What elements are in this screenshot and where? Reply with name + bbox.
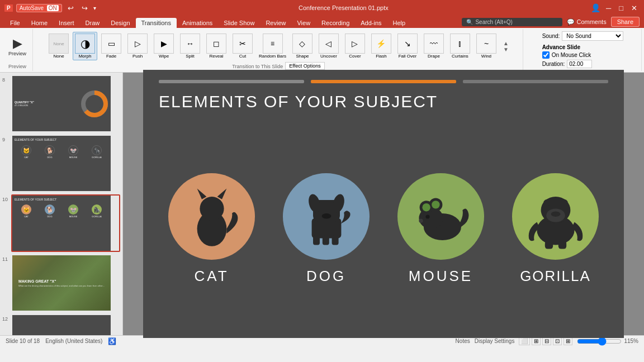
transition-reveal[interactable]: ◻ Reveal xyxy=(204,32,229,60)
slide-thumb-11[interactable]: 11 MAKING GREAT "X" What are the driving… xyxy=(2,254,120,312)
sound-label: Sound: xyxy=(542,33,560,39)
account-icon[interactable]: 👤 xyxy=(591,3,600,12)
transition-cut-icon: ✂ xyxy=(233,34,253,54)
view-reading[interactable]: ⊡ xyxy=(553,337,562,345)
minimize-button[interactable]: ─ xyxy=(604,4,613,12)
tab-draw[interactable]: Draw xyxy=(80,18,106,28)
view-normal[interactable]: ⬜ xyxy=(519,337,530,345)
slide-thumb-10[interactable]: 10 ELEMENTS OF YOUR SUBJECT 🐱 CAT 🐕 D xyxy=(2,194,120,252)
progress-bar-1 xyxy=(159,80,304,83)
transition-drape[interactable]: 〰 Drape xyxy=(422,32,446,60)
duration-input[interactable] xyxy=(567,60,592,68)
transition-cover[interactable]: ▷ Cover xyxy=(343,32,367,60)
transition-reveal-icon: ◻ xyxy=(206,34,226,54)
transition-curtains-icon: ⫿ xyxy=(450,34,470,54)
transition-fade[interactable]: ▭ Fade xyxy=(99,32,124,60)
progress-bar-2 xyxy=(311,80,456,83)
restore-button[interactable]: □ xyxy=(617,4,626,12)
transition-flash[interactable]: ⚡ Flash xyxy=(369,32,394,60)
tab-animations[interactable]: Animations xyxy=(177,18,218,28)
tab-design[interactable]: Design xyxy=(105,18,135,28)
comments-button[interactable]: 💬 Comments xyxy=(567,18,606,26)
transition-randombars[interactable]: ≡ Random Bars xyxy=(257,32,288,60)
sound-select[interactable]: No Sound xyxy=(562,31,623,41)
transition-split-label: Split xyxy=(186,54,195,59)
tab-transitions[interactable]: Transitions xyxy=(136,18,177,28)
animal-cat: CAT xyxy=(168,173,255,285)
svg-point-19 xyxy=(422,203,430,211)
transition-drape-icon: 〰 xyxy=(424,34,444,54)
slide-canvas: ELEMENTS OF YOUR SUBJECT xyxy=(143,70,624,338)
animal-gorilla: GORILLA xyxy=(512,173,599,285)
search-placeholder: Search (Alt+Q) xyxy=(475,19,512,25)
svg-point-20 xyxy=(432,201,439,208)
svg-point-25 xyxy=(543,198,567,206)
transition-fallover[interactable]: ↘ Fall Over xyxy=(395,32,420,60)
quick-access-more[interactable]: ▾ xyxy=(93,5,96,11)
filename-label: Conference Presentation 01.pptx xyxy=(299,4,389,11)
svg-marker-6 xyxy=(217,188,226,199)
transition-curtains-label: Curtains xyxy=(452,54,468,59)
redo-button[interactable]: ↪ xyxy=(79,4,90,12)
transition-shape-label: Shape xyxy=(296,54,309,59)
transition-none[interactable]: None None xyxy=(46,32,71,60)
tab-file[interactable]: File xyxy=(4,18,26,28)
slide-thumb-9[interactable]: 9 ELEMENTS OF YOUR SUBJECT 🐱 CAT 🐕 DO xyxy=(2,135,120,192)
tab-recording[interactable]: Recording xyxy=(316,18,355,28)
display-settings-button[interactable]: Display Settings xyxy=(475,338,515,344)
view-presenter[interactable]: ⊞ xyxy=(564,337,572,345)
undo-button[interactable]: ↩ xyxy=(65,4,76,12)
on-mouse-click-checkbox[interactable] xyxy=(542,51,550,59)
transition-fallover-label: Fall Over xyxy=(399,54,416,59)
svg-point-2 xyxy=(88,97,101,111)
notes-button[interactable]: Notes xyxy=(456,338,470,344)
preview-button[interactable]: ▶ Preview xyxy=(6,31,29,63)
tab-insert[interactable]: Insert xyxy=(53,18,80,28)
transition-split[interactable]: ↔ Split xyxy=(178,32,202,60)
tab-help[interactable]: Help xyxy=(387,18,411,28)
accessibility-icon[interactable]: ♿ xyxy=(108,337,116,345)
slide-panel: 8 QUANTIFY "X" 47.2 BILLION xyxy=(0,73,123,335)
autosave-toggle[interactable]: AutoSave ON xyxy=(16,4,62,12)
tab-slideshow[interactable]: Slide Show xyxy=(218,18,260,28)
transition-wind[interactable]: ~ Wind xyxy=(474,32,499,60)
transition-uncover[interactable]: ◁ Uncover xyxy=(316,32,341,60)
svg-point-27 xyxy=(551,211,560,217)
tab-view[interactable]: View xyxy=(291,18,316,28)
ribbon-bar: ▶ Preview Preview None None ◑ Morph ▭ Fa… xyxy=(0,28,644,73)
cat-circle xyxy=(168,173,255,260)
tab-review[interactable]: Review xyxy=(260,18,291,28)
transition-push-label: Push xyxy=(132,54,143,59)
share-button[interactable]: Share xyxy=(611,17,640,27)
svg-marker-5 xyxy=(197,188,206,199)
slide-thumb-8[interactable]: 8 QUANTIFY "X" 47.2 BILLION xyxy=(2,75,120,132)
transition-wipe[interactable]: ▶ Wipe xyxy=(151,32,176,60)
transition-flash-label: Flash xyxy=(376,54,387,59)
advance-slide-label: Advance Slide xyxy=(542,44,580,50)
language: English (United States) xyxy=(45,338,102,344)
transition-wipe-label: Wipe xyxy=(159,54,169,59)
view-slidesorter[interactable]: ⊟ xyxy=(542,337,551,345)
transition-cut[interactable]: ✂ Cut xyxy=(230,32,255,60)
transition-scroll-arrows[interactable]: ▲ ▼ xyxy=(501,30,510,62)
tab-home[interactable]: Home xyxy=(26,18,53,28)
cat-label: CAT xyxy=(194,268,229,285)
search-box[interactable]: 🔍 Search (Alt+Q) xyxy=(462,18,562,26)
transition-curtains[interactable]: ⫿ Curtains xyxy=(448,32,472,60)
gorilla-label: GORILLA xyxy=(520,268,591,285)
view-outline[interactable]: ⊞ xyxy=(532,337,541,345)
transition-none-icon: None xyxy=(49,34,69,54)
effect-options-button[interactable]: Effect Options xyxy=(285,62,324,70)
transition-shape[interactable]: ◇ Shape xyxy=(290,32,315,60)
zoom-level: 115% xyxy=(624,338,638,344)
slide-thumb-12[interactable]: 12 What is the title xyxy=(2,314,120,335)
dog-circle xyxy=(283,173,370,260)
transition-morph[interactable]: ◑ Morph xyxy=(73,32,97,60)
svg-point-22 xyxy=(419,218,423,222)
transition-push[interactable]: ▷ Push xyxy=(125,32,150,60)
close-button[interactable]: ✕ xyxy=(629,4,640,12)
tab-addins[interactable]: Add-ins xyxy=(355,18,387,28)
slide-num-12: 12 xyxy=(2,316,9,322)
transition-fade-icon: ▭ xyxy=(101,34,121,54)
transition-morph-icon: ◑ xyxy=(75,34,95,54)
